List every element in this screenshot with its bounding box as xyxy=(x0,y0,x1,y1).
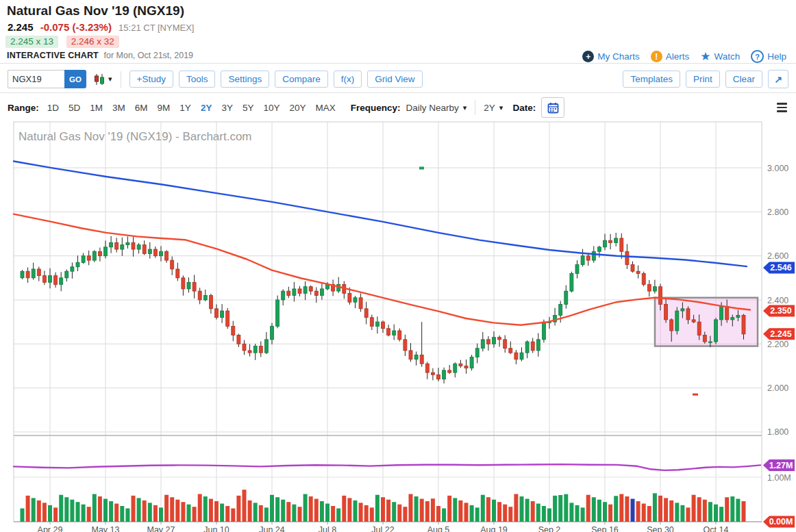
chart-watermark: Natural Gas Nov '19 (NGX19) - Barchart.c… xyxy=(18,130,252,143)
range-bar-divider xyxy=(475,100,475,115)
help-link[interactable]: ? Help xyxy=(751,50,786,63)
last-price: 2.245 xyxy=(8,21,34,33)
help-label: Help xyxy=(767,51,786,62)
range-option-5d[interactable]: 5D xyxy=(69,103,80,113)
svg-text:2.546: 2.546 xyxy=(770,263,791,273)
quote-row: 2.245 -0.075 (-3.23%) 15:21 CT [NYMEX] xyxy=(8,21,194,33)
candlestick-icon xyxy=(93,73,106,86)
svg-text:3.000: 3.000 xyxy=(767,164,788,173)
chart-menu-button[interactable] xyxy=(775,100,788,115)
moving-average-lines xyxy=(14,162,760,470)
chart-toolbar: GO ▾ +StudyToolsSettingsComparef(x)Grid … xyxy=(8,68,788,90)
toolbar-right-buttons: TemplatesPrintClear ↗ xyxy=(623,70,788,88)
tools-button[interactable]: Tools xyxy=(179,71,216,88)
frequency-label: Frequency: xyxy=(351,103,401,113)
symbol-input[interactable] xyxy=(8,70,64,88)
axis-badge-0.00M: 0.00M xyxy=(763,516,795,528)
axis-badge-2.245: 2.245 xyxy=(763,328,795,340)
range-option-3y[interactable]: 3Y xyxy=(221,103,233,113)
alerts-link[interactable]: ! Alerts xyxy=(651,51,690,62)
period-select[interactable]: 2Y xyxy=(484,103,495,113)
range-option-9m[interactable]: 9M xyxy=(158,103,171,113)
chevron-down-icon: ▾ xyxy=(108,75,112,84)
range-option-1m[interactable]: 1M xyxy=(90,103,103,113)
svg-text:Oct 14: Oct 14 xyxy=(704,525,729,532)
svg-text:2.350: 2.350 xyxy=(770,306,791,316)
alerts-label: Alerts xyxy=(666,51,690,62)
frequency-select[interactable]: Daily Nearby xyxy=(406,103,459,113)
svg-text:1.27M: 1.27M xyxy=(769,461,793,470)
price-change: -0.075 (-3.23%) xyxy=(40,21,112,33)
ask-quote: 2.246 x 32 xyxy=(66,36,119,48)
range-option-1y[interactable]: 1Y xyxy=(179,103,191,113)
gridlines: Natural Gas Nov '19 (NGX19) - Barchart.c… xyxy=(14,122,762,524)
svg-text:Jul 22: Jul 22 xyxy=(371,525,394,532)
axis-labels: 3.0002.8002.6002.4002.2002.0001.8001.00M… xyxy=(38,164,791,532)
chevron-down-icon[interactable]: ▾ xyxy=(463,103,467,112)
range-option-5y[interactable]: 5Y xyxy=(242,103,254,113)
range-option-max[interactable]: MAX xyxy=(315,103,335,113)
svg-text:1.800: 1.800 xyxy=(767,427,788,437)
question-circle-icon: ? xyxy=(751,50,764,63)
calendar-icon xyxy=(547,102,559,114)
study-button[interactable]: +Study xyxy=(129,71,173,88)
my-charts-label: My Charts xyxy=(597,51,640,62)
bid-quote: 2.245 x 13 xyxy=(5,36,58,48)
chart-type-selector[interactable]: ▾ xyxy=(93,73,112,86)
axis-badge-1.27M: 1.27M xyxy=(763,459,795,471)
svg-text:Apr 29: Apr 29 xyxy=(38,525,63,532)
range-option-2y[interactable]: 2Y xyxy=(201,103,212,113)
compare-button[interactable]: Compare xyxy=(275,71,328,88)
templates-button[interactable]: Templates xyxy=(623,71,680,88)
svg-text:Jun 10: Jun 10 xyxy=(203,525,229,532)
price-chart[interactable]: Natural Gas Nov '19 (NGX19) - Barchart.c… xyxy=(0,118,796,532)
svg-text:2.200: 2.200 xyxy=(767,340,788,349)
svg-text:May 13: May 13 xyxy=(92,525,120,532)
svg-text:Sep 30: Sep 30 xyxy=(647,525,674,532)
range-option-20y[interactable]: 20Y xyxy=(289,103,306,113)
svg-text:Aug 19: Aug 19 xyxy=(480,525,508,532)
grid-view-button[interactable]: Grid View xyxy=(367,71,422,88)
stray-mark xyxy=(419,166,424,169)
svg-text:2.400: 2.400 xyxy=(767,296,788,305)
svg-text:2.245: 2.245 xyxy=(770,329,791,339)
svg-text:May 27: May 27 xyxy=(147,525,175,532)
svg-text:1.00M: 1.00M xyxy=(767,473,791,483)
go-button[interactable]: GO xyxy=(64,70,86,88)
indicator-purple-line xyxy=(14,464,760,470)
ma-long-blue-line xyxy=(14,162,747,267)
range-option-3m[interactable]: 3M xyxy=(112,103,125,113)
svg-text:2.800: 2.800 xyxy=(767,207,788,217)
print-button[interactable]: Print xyxy=(686,71,720,88)
range-option-6m[interactable]: 6M xyxy=(135,103,148,113)
interactive-chart-row: INTERACTIVE CHART for Mon, Oct 21st, 201… xyxy=(7,51,193,60)
watch-link[interactable]: ★ Watch xyxy=(700,51,740,62)
range-options: 1D5D1M3M6M9M1Y2Y3Y5Y10Y20YMAX xyxy=(47,103,336,113)
watch-label: Watch xyxy=(714,51,740,62)
svg-text:Sep 16: Sep 16 xyxy=(591,525,619,532)
range-option-10y[interactable]: 10Y xyxy=(263,103,279,113)
svg-text:2.000: 2.000 xyxy=(767,383,788,393)
range-bar: Range: 1D5D1M3M6M9M1Y2Y3Y5Y10Y20YMAX Fre… xyxy=(8,97,788,118)
svg-text:0.00M: 0.00M xyxy=(769,517,793,527)
expand-chart-button[interactable]: ↗ xyxy=(768,70,788,88)
plus-circle-icon: + xyxy=(582,51,594,62)
clear-button[interactable]: Clear xyxy=(725,71,762,88)
settings-button[interactable]: Settings xyxy=(221,71,269,88)
f-x-button[interactable]: f(x) xyxy=(334,71,362,88)
chevron-down-icon[interactable]: ▾ xyxy=(499,103,503,112)
page-title: Natural Gas Nov '19 (NGX19) xyxy=(7,3,184,18)
ma-short-red-line xyxy=(14,214,750,325)
calendar-button[interactable] xyxy=(541,97,564,118)
interactive-chart-label: INTERACTIVE CHART xyxy=(7,51,99,60)
toolbar-divider xyxy=(121,71,121,88)
header-links: + My Charts ! Alerts ★ Watch ? Help xyxy=(582,50,786,63)
star-icon: ★ xyxy=(700,51,710,62)
my-charts-link[interactable]: + My Charts xyxy=(582,51,640,62)
range-option-1d[interactable]: 1D xyxy=(47,103,59,113)
toolbar-divider-line xyxy=(0,92,796,93)
chart-date-label: for Mon, Oct 21st, 2019 xyxy=(103,51,193,60)
range-label: Range: xyxy=(8,103,39,113)
axis-badge-2.546: 2.546 xyxy=(763,262,795,274)
date-label: Date: xyxy=(512,103,536,113)
